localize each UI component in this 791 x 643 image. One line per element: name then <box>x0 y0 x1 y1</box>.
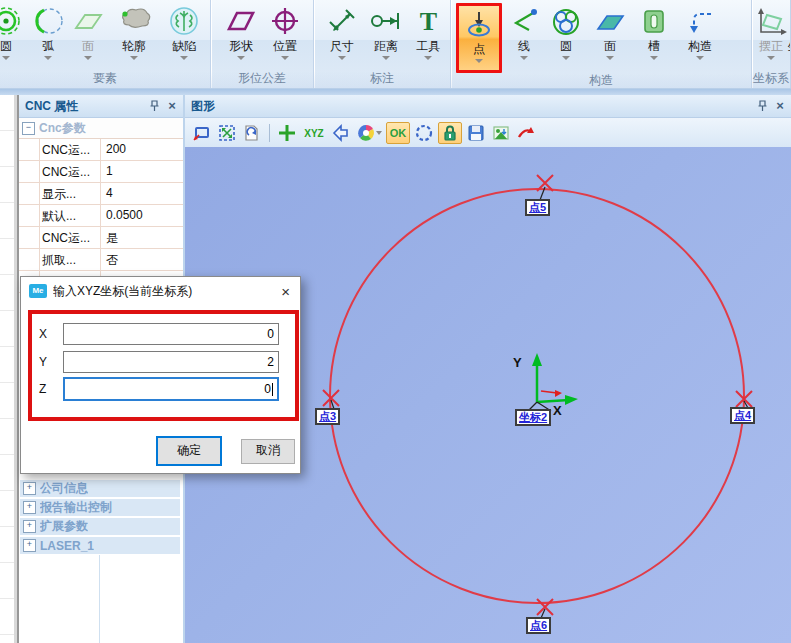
property-row[interactable]: 默认... 0.0500 <box>19 205 183 227</box>
section-row[interactable]: + LASER_1 <box>20 537 180 554</box>
ribbon-button-dimension[interactable]: 尺寸 <box>320 3 363 69</box>
ribbon-button-label: 点 <box>473 42 485 56</box>
cnc-tree-root[interactable]: − Cnc参数 <box>19 118 183 139</box>
circle-select-icon[interactable] <box>413 122 435 144</box>
ribbon-button-label: 形状 <box>229 39 253 53</box>
ok-button[interactable]: 确定 <box>156 436 222 466</box>
section-row[interactable]: + 扩展参数 <box>20 518 180 535</box>
expand-icon[interactable]: + <box>23 482 36 495</box>
y-input[interactable]: 2 <box>63 351 279 373</box>
select-arrow-icon[interactable] <box>330 122 352 144</box>
axis-x-label: X <box>553 403 562 418</box>
chevron-down-icon <box>475 59 483 63</box>
ribbon-button-circle-construct[interactable]: 圆 <box>544 3 588 69</box>
ribbon-button-shape-tolerance[interactable]: 形状 <box>219 3 263 69</box>
dialog-title: 输入XYZ坐标(当前坐标系) <box>53 283 279 300</box>
section-row[interactable]: + 公司信息 <box>20 480 180 497</box>
plane-icon <box>71 5 105 39</box>
ribbon-button-slot[interactable]: 槽 <box>632 3 676 69</box>
ok-confirm-icon[interactable]: OK <box>386 122 410 144</box>
property-value[interactable]: 0.0500 <box>101 205 183 226</box>
lock-icon[interactable] <box>438 122 462 144</box>
plane-construct-icon <box>593 5 627 39</box>
ribbon-button-defect[interactable]: 缺陷 <box>160 3 208 69</box>
circle-construct-icon <box>549 5 583 39</box>
property-value[interactable]: 4 <box>101 183 183 204</box>
expand-icon[interactable]: + <box>23 520 36 533</box>
circle-icon <box>0 5 23 39</box>
arc-icon <box>31 5 65 39</box>
ribbon-button-align[interactable]: 摆正 <box>754 3 788 69</box>
ribbon-button-label: 位置 <box>273 39 297 53</box>
text-cursor <box>272 383 273 396</box>
profile-icon <box>117 5 151 39</box>
graphics-panel-titlebar: 图形 × <box>185 95 791 118</box>
ribbon-button-plane[interactable]: 面 <box>68 3 108 69</box>
cnc-collapsed-sections: + 公司信息 + 报告输出控制 + 扩展参数 + LASER_1 <box>19 478 181 554</box>
ribbon-button-line[interactable]: 线 <box>504 3 544 69</box>
ribbon-button-construct[interactable]: 构造 <box>676 3 724 69</box>
row-gutter <box>19 249 40 270</box>
property-row[interactable]: 抓取... 否 <box>19 249 183 271</box>
scene-icon[interactable] <box>490 122 512 144</box>
redo-icon[interactable] <box>515 122 537 144</box>
pin-icon[interactable] <box>757 99 769 113</box>
z-input[interactable]: 0 <box>63 377 279 401</box>
section-label: LASER_1 <box>40 539 94 553</box>
close-icon[interactable]: × <box>773 99 787 113</box>
property-value[interactable]: 1 <box>101 161 183 182</box>
x-input[interactable]: 0 <box>63 323 279 345</box>
chevron-down-icon <box>2 56 10 60</box>
collapse-icon[interactable]: − <box>22 122 35 135</box>
z-field-row: Z 0 <box>39 378 279 400</box>
crosshair-plus-icon[interactable] <box>276 122 298 144</box>
point-label[interactable]: 点3 <box>315 408 340 425</box>
property-row[interactable]: CNC运... 200 <box>19 139 183 161</box>
graphics-panel-title: 图形 <box>191 98 757 115</box>
row-gutter <box>19 139 40 160</box>
ribbon-button-distance[interactable]: 距离 <box>363 3 408 69</box>
color-wheel-icon[interactable] <box>355 122 383 144</box>
tool-icon: T <box>411 5 445 39</box>
expand-icon[interactable]: + <box>23 539 36 552</box>
chevron-down-icon <box>281 56 289 60</box>
ribbon-button-arc[interactable]: 弧 <box>28 3 68 69</box>
property-row[interactable]: CNC运... 1 <box>19 161 183 183</box>
close-icon[interactable]: × <box>165 99 179 113</box>
property-row[interactable]: 显示... 4 <box>19 183 183 205</box>
ribbon-button-plane-construct[interactable]: 面 <box>588 3 632 69</box>
ribbon-button-circle[interactable]: 圆 <box>0 3 28 69</box>
fit-view-icon[interactable] <box>216 122 238 144</box>
ribbon-button-profile[interactable]: 轮廓 <box>108 3 160 69</box>
dialog-titlebar[interactable]: Me 输入XYZ坐标(当前坐标系) × <box>21 277 300 305</box>
section-row[interactable]: + 报告输出控制 <box>20 499 180 516</box>
ribbon-button-tool[interactable]: T 工具 <box>409 3 448 69</box>
ribbon-button-position-tolerance[interactable]: 位置 <box>263 3 307 69</box>
property-value[interactable]: 是 <box>101 227 183 248</box>
section-label: 报告输出控制 <box>40 499 112 516</box>
point-label[interactable]: 点6 <box>526 617 551 634</box>
point-label[interactable]: 点4 <box>730 407 755 424</box>
background-window-edge <box>0 95 19 643</box>
view-rotate-icon[interactable] <box>241 122 263 144</box>
ribbon-button-point[interactable]: 点 <box>459 6 499 70</box>
property-value[interactable]: 否 <box>101 249 183 270</box>
property-row[interactable]: CNC运... 是 <box>19 227 183 249</box>
ribbon-button-label: 弧 <box>42 39 54 53</box>
expand-icon[interactable]: + <box>23 501 36 514</box>
zoom-window-icon[interactable] <box>191 122 213 144</box>
close-icon[interactable]: × <box>279 284 292 299</box>
csys-label[interactable]: 坐标2 <box>515 409 551 426</box>
chevron-down-icon <box>376 131 382 135</box>
property-name: 显示... <box>40 183 101 204</box>
save-icon[interactable] <box>465 122 487 144</box>
distance-icon <box>369 5 403 39</box>
point-label[interactable]: 点5 <box>525 199 550 216</box>
property-value[interactable]: 200 <box>101 139 183 160</box>
column-divider <box>99 555 100 643</box>
chevron-down-icon <box>767 56 775 60</box>
ribbon-group-label: 标注 <box>314 71 450 88</box>
cancel-button[interactable]: 取消 <box>241 439 295 464</box>
pin-icon[interactable] <box>149 99 161 113</box>
xyz-icon[interactable]: XYZ <box>301 122 327 144</box>
